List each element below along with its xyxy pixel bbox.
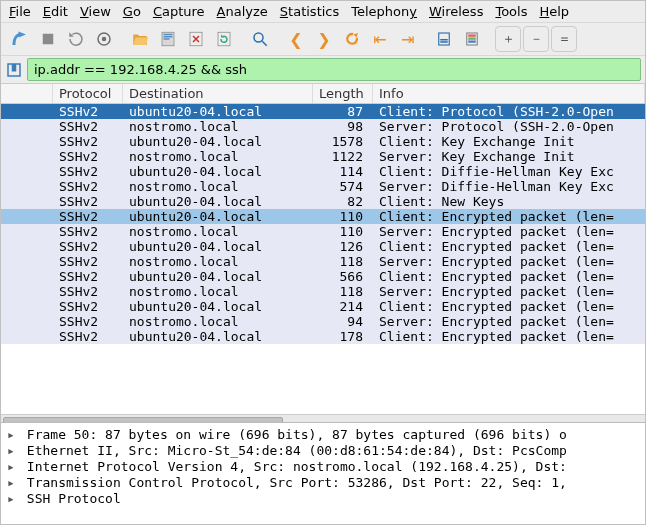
menu-help[interactable]: Help (539, 4, 569, 19)
table-row[interactable]: SSHv2ubuntu20-04.local214Client: Encrypt… (1, 299, 645, 314)
table-row[interactable]: SSHv2ubuntu20-04.local110Client: Encrypt… (1, 209, 645, 224)
column-lead[interactable] (1, 84, 53, 103)
column-info[interactable]: Info (373, 84, 645, 103)
svg-point-2 (102, 37, 107, 42)
detail-row[interactable]: ▸ Ethernet II, Src: Micro-St_54:de:84 (0… (7, 443, 639, 459)
column-protocol[interactable]: Protocol (53, 84, 123, 103)
menu-wireless[interactable]: Wireless (429, 4, 483, 19)
svg-rect-8 (218, 32, 230, 46)
menu-file[interactable]: File (9, 4, 31, 19)
cell-destination: nostromo.local (123, 284, 313, 299)
cell-destination: nostromo.local (123, 254, 313, 269)
cell-length: 118 (313, 254, 373, 269)
cell-protocol: SSHv2 (53, 179, 123, 194)
zoom-in-button[interactable]: ＋ (495, 26, 521, 52)
start-capture-button[interactable] (7, 26, 33, 52)
expand-icon[interactable]: ▸ (7, 475, 19, 490)
packet-details-pane[interactable]: ▸ Frame 50: 87 bytes on wire (696 bits),… (1, 422, 645, 524)
cell-protocol: SSHv2 (53, 104, 123, 119)
expand-icon[interactable]: ▸ (7, 443, 19, 458)
menu-edit[interactable]: Edit (43, 4, 68, 19)
table-row[interactable]: SSHv2ubuntu20-04.local82Client: New Keys (1, 194, 645, 209)
go-forward-button[interactable]: ❯ (311, 26, 337, 52)
cell-length: 566 (313, 269, 373, 284)
display-filter-input[interactable] (27, 58, 641, 81)
table-row[interactable]: SSHv2ubuntu20-04.local566Client: Encrypt… (1, 269, 645, 284)
cell-protocol: SSHv2 (53, 314, 123, 329)
cell-info: Server: Protocol (SSH-2.0-Open (373, 119, 645, 134)
capture-options-button[interactable] (91, 26, 117, 52)
cell-info: Server: Diffie-Hellman Key Exc (373, 179, 645, 194)
save-file-button[interactable] (155, 26, 181, 52)
cell-info: Client: Protocol (SSH-2.0-Open (373, 104, 645, 119)
cell-destination: nostromo.local (123, 179, 313, 194)
jump-to-button[interactable] (339, 26, 365, 52)
cell-info: Client: New Keys (373, 194, 645, 209)
menu-tools[interactable]: Tools (495, 4, 527, 19)
go-first-button[interactable]: ⇤ (367, 26, 393, 52)
expand-icon[interactable]: ▸ (7, 491, 19, 506)
menu-statistics[interactable]: Statistics (280, 4, 339, 19)
menu-telephony[interactable]: Telephony (351, 4, 417, 19)
svg-rect-12 (440, 39, 448, 41)
table-row[interactable]: SSHv2ubuntu20-04.local1578Client: Key Ex… (1, 134, 645, 149)
packet-list-header: Protocol Destination Length Info (1, 84, 645, 104)
table-row[interactable]: SSHv2nostromo.local118Server: Encrypted … (1, 284, 645, 299)
go-last-button[interactable]: ⇥ (395, 26, 421, 52)
table-row[interactable]: SSHv2ubuntu20-04.local126Client: Encrypt… (1, 239, 645, 254)
autoscroll-button[interactable] (431, 26, 457, 52)
table-row[interactable]: SSHv2ubuntu20-04.local114Client: Diffie-… (1, 164, 645, 179)
table-row[interactable]: SSHv2nostromo.local94Server: Encrypted p… (1, 314, 645, 329)
bookmark-filter-icon[interactable] (5, 61, 23, 79)
menu-go[interactable]: Go (123, 4, 141, 19)
detail-row[interactable]: ▸ Frame 50: 87 bytes on wire (696 bits),… (7, 427, 639, 443)
colorize-button[interactable] (459, 26, 485, 52)
detail-text: Transmission Control Protocol, Src Port:… (19, 475, 567, 490)
cell-protocol: SSHv2 (53, 254, 123, 269)
svg-rect-13 (440, 41, 448, 43)
table-row[interactable]: SSHv2nostromo.local574Server: Diffie-Hel… (1, 179, 645, 194)
cell-length: 214 (313, 299, 373, 314)
expand-icon[interactable]: ▸ (7, 459, 19, 474)
detail-text: Frame 50: 87 bytes on wire (696 bits), 8… (19, 427, 567, 442)
find-packet-button[interactable] (247, 26, 273, 52)
cell-destination: ubuntu20-04.local (123, 329, 313, 344)
horizontal-scrollbar[interactable] (1, 414, 645, 422)
column-length[interactable]: Length (313, 84, 373, 103)
svg-rect-15 (468, 35, 476, 37)
table-row[interactable]: SSHv2nostromo.local1122Server: Key Excha… (1, 149, 645, 164)
menu-bar: File Edit View Go Capture Analyze Statis… (1, 1, 645, 23)
table-row[interactable]: SSHv2ubuntu20-04.local178Client: Encrypt… (1, 329, 645, 344)
menu-capture[interactable]: Capture (153, 4, 205, 19)
table-row[interactable]: SSHv2nostromo.local110Server: Encrypted … (1, 224, 645, 239)
cell-info: Client: Key Exchange Init (373, 134, 645, 149)
cell-length: 94 (313, 314, 373, 329)
open-file-button[interactable] (127, 26, 153, 52)
menu-analyze[interactable]: Analyze (217, 4, 268, 19)
reload-file-button[interactable] (211, 26, 237, 52)
cell-info: Server: Encrypted packet (len= (373, 224, 645, 239)
zoom-out-button[interactable]: － (523, 26, 549, 52)
detail-row[interactable]: ▸ Internet Protocol Version 4, Src: nost… (7, 459, 639, 475)
cell-protocol: SSHv2 (53, 134, 123, 149)
detail-row[interactable]: ▸ Transmission Control Protocol, Src Por… (7, 475, 639, 491)
cell-length: 118 (313, 284, 373, 299)
table-row[interactable]: SSHv2ubuntu20-04.local87Client: Protocol… (1, 104, 645, 119)
table-row[interactable]: SSHv2nostromo.local98Server: Protocol (S… (1, 119, 645, 134)
detail-row[interactable]: ▸ SSH Protocol (7, 491, 639, 507)
restart-capture-button[interactable] (63, 26, 89, 52)
cell-protocol: SSHv2 (53, 209, 123, 224)
table-row[interactable]: SSHv2nostromo.local118Server: Encrypted … (1, 254, 645, 269)
detail-text: SSH Protocol (19, 491, 121, 506)
cell-length: 114 (313, 164, 373, 179)
expand-icon[interactable]: ▸ (7, 427, 19, 442)
go-back-button[interactable]: ❮ (283, 26, 309, 52)
close-file-button[interactable] (183, 26, 209, 52)
cell-info: Server: Encrypted packet (len= (373, 284, 645, 299)
zoom-reset-button[interactable]: ＝ (551, 26, 577, 52)
column-destination[interactable]: Destination (123, 84, 313, 103)
packet-list-body[interactable]: SSHv2ubuntu20-04.local87Client: Protocol… (1, 104, 645, 414)
stop-capture-button[interactable] (35, 26, 61, 52)
cell-protocol: SSHv2 (53, 269, 123, 284)
menu-view[interactable]: View (80, 4, 111, 19)
